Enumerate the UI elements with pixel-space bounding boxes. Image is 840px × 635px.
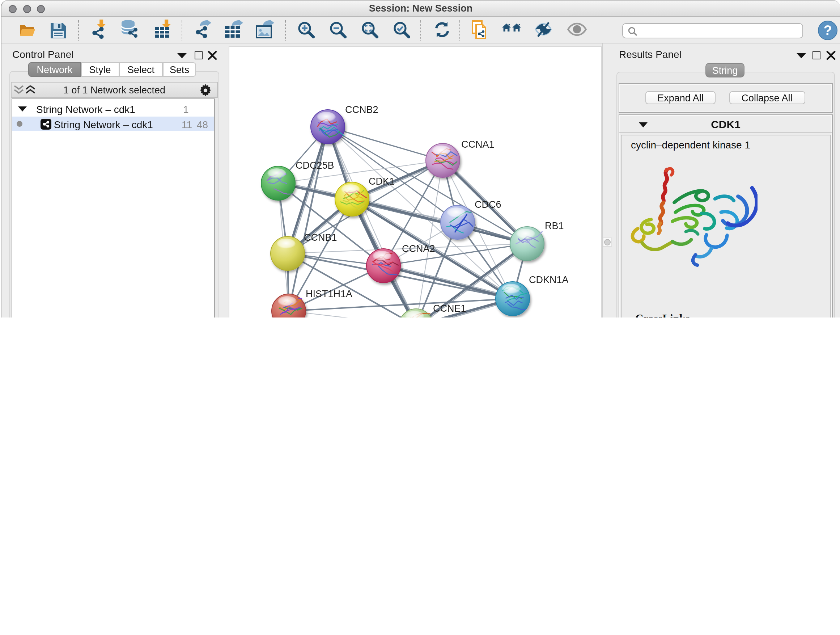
svg-text:?: ? bbox=[823, 23, 832, 38]
svg-text:HIST1H1A: HIST1H1A bbox=[306, 288, 352, 299]
svg-text:CCNE1: CCNE1 bbox=[433, 303, 466, 314]
svg-text:CCNB2: CCNB2 bbox=[345, 104, 378, 115]
svg-text:CDK1: CDK1 bbox=[369, 176, 395, 187]
svg-text:CCNB1: CCNB1 bbox=[304, 232, 337, 243]
svg-text:CDC25B: CDC25B bbox=[295, 160, 334, 171]
svg-text:CCNA1: CCNA1 bbox=[461, 139, 494, 150]
svg-text:CDKN1A: CDKN1A bbox=[529, 274, 569, 285]
svg-text:CCNA2: CCNA2 bbox=[402, 243, 435, 254]
svg-text:CDC6: CDC6 bbox=[475, 199, 501, 210]
svg-text:RB1: RB1 bbox=[545, 220, 564, 231]
